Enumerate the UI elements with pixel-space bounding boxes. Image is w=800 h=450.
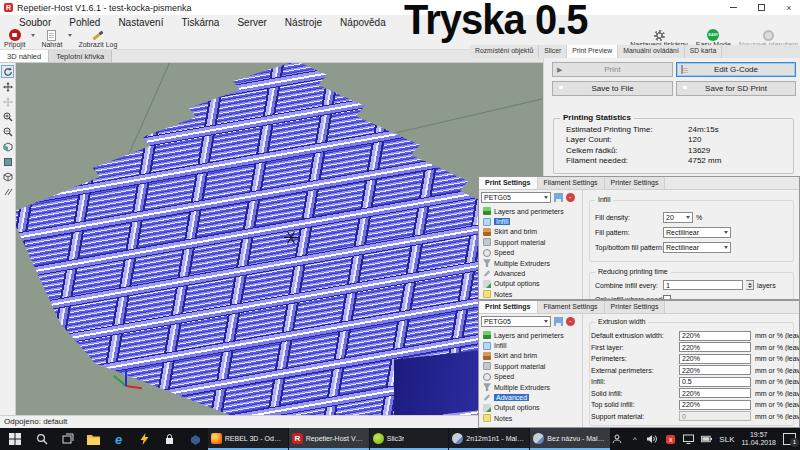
- tree-item-speed[interactable]: Speed: [481, 372, 580, 382]
- save-to-file-button[interactable]: Save to File: [552, 81, 673, 96]
- extrusion-row-input[interactable]: 220%: [679, 365, 751, 375]
- minimize-icon[interactable]: [726, 2, 740, 14]
- connect-button[interactable]: Připojit: [4, 29, 25, 48]
- tab-slicer[interactable]: Slicer: [539, 45, 567, 58]
- tree-item-output[interactable]: Output options: [481, 403, 580, 413]
- print-button[interactable]: ▶ Print: [552, 62, 673, 77]
- display-icon[interactable]: [683, 434, 694, 445]
- preset-select[interactable]: PETG05: [481, 192, 551, 203]
- tree-item-skirt[interactable]: Skirt and brim: [481, 351, 580, 361]
- zoom-fit-button[interactable]: [1, 125, 14, 138]
- load-button[interactable]: Nahrát: [41, 29, 62, 48]
- parallel-projection-button[interactable]: [1, 185, 14, 198]
- taskbar-window-paint2[interactable]: Bez názvu - Malová...: [530, 428, 610, 450]
- perspective-view-button[interactable]: [1, 170, 14, 183]
- menu-soubor[interactable]: Soubor: [10, 17, 60, 28]
- connect-dropdown-icon[interactable]: [31, 34, 35, 37]
- load-dropdown-icon[interactable]: [68, 34, 72, 37]
- tree-item-skirt[interactable]: Skirt and brim: [481, 227, 580, 237]
- combine-infill-input[interactable]: 1: [663, 280, 743, 290]
- tree-item-infill[interactable]: Infill: [481, 340, 580, 350]
- tab-print-settings[interactable]: Print Settings: [479, 301, 538, 313]
- delete-preset-button[interactable]: -: [565, 317, 575, 327]
- tree-item-layers[interactable]: Layers and perimeters: [481, 206, 580, 216]
- tree-item-support[interactable]: Support material: [481, 361, 580, 371]
- spinner-icon[interactable]: [746, 280, 754, 290]
- tree-item-output[interactable]: Output options: [481, 279, 580, 289]
- start-button[interactable]: [0, 428, 29, 450]
- extrusion-row-input[interactable]: 220%: [679, 400, 751, 410]
- 3d-viewport[interactable]: [0, 63, 543, 415]
- tab-filament-settings[interactable]: Filament Settings: [538, 301, 605, 313]
- save-for-sd-button[interactable]: Save for SD Print: [676, 81, 796, 96]
- tree-item-speed[interactable]: Speed: [481, 248, 580, 258]
- 3d-app-icon[interactable]: [182, 428, 207, 450]
- file-explorer-icon[interactable]: [80, 428, 105, 450]
- menu-napoveda[interactable]: Nápověda: [331, 17, 395, 28]
- taskbar-window-repetier[interactable]: R Repetier-Host V1.6...: [289, 428, 369, 450]
- tab-object-placement[interactable]: Rozmístění objektů: [470, 45, 539, 58]
- delete-preset-button[interactable]: -: [565, 193, 575, 203]
- volume-icon[interactable]: [647, 434, 658, 445]
- top-bottom-pattern-select[interactable]: Rectilinear: [663, 242, 731, 253]
- extrusion-row-input[interactable]: 220%: [679, 354, 751, 364]
- extrusion-row-input[interactable]: 220%: [679, 388, 751, 398]
- rotate-view-button[interactable]: [1, 65, 14, 78]
- extrusion-row-input[interactable]: 0.5: [679, 377, 751, 387]
- tab-sd-card[interactable]: SD karta: [685, 45, 722, 58]
- tab-printer-settings[interactable]: Printer Settings: [605, 301, 666, 313]
- fill-pattern-select[interactable]: Rectilinear: [663, 227, 731, 238]
- close-icon[interactable]: ×: [782, 2, 796, 14]
- extrusion-row-input[interactable]: 220%: [679, 342, 751, 352]
- move-object-button[interactable]: [1, 95, 14, 108]
- taskbar-window-firefox[interactable]: REBEL 3D - Odeslat...: [208, 428, 288, 450]
- tab-print-settings[interactable]: Print Settings: [479, 177, 538, 189]
- zoom-in-button[interactable]: [1, 110, 14, 123]
- search-button[interactable]: [29, 428, 54, 450]
- notification-center-icon[interactable]: 1: [783, 433, 796, 445]
- tree-item-infill[interactable]: Infill: [481, 216, 580, 226]
- tab-printer-settings[interactable]: Printer Settings: [605, 177, 666, 189]
- preset-select[interactable]: PETG05: [481, 316, 551, 327]
- tree-item-notes[interactable]: Notes: [481, 289, 580, 299]
- taskbar-window-paint1[interactable]: 2n12m1n1 - Malov...: [449, 428, 529, 450]
- extrusion-row-input[interactable]: 220%: [679, 331, 751, 341]
- edit-gcode-button[interactable]: Edit G-Code: [676, 62, 796, 77]
- tree-item-extruders[interactable]: Multiple Extruders: [481, 382, 580, 392]
- people-icon[interactable]: [611, 434, 622, 445]
- tree-item-advanced[interactable]: Advanced: [481, 392, 580, 402]
- menu-server[interactable]: Server: [228, 17, 275, 28]
- battery-icon[interactable]: [701, 434, 712, 445]
- clock[interactable]: 19:57 11.04.2018: [741, 431, 776, 447]
- tree-item-notes[interactable]: Notes: [481, 413, 580, 423]
- language-indicator[interactable]: SLK: [719, 435, 734, 444]
- tab-manual-control[interactable]: Manuální ovládání: [618, 45, 685, 58]
- menu-pohled[interactable]: Pohled: [60, 17, 109, 28]
- move-view-button[interactable]: [1, 80, 14, 93]
- menu-tiskarna[interactable]: Tiskárna: [172, 17, 228, 28]
- tab-3d-preview[interactable]: 3D náhled: [0, 50, 49, 62]
- tray-expand-icon[interactable]: ^: [629, 434, 640, 445]
- tree-item-support[interactable]: Support material: [481, 237, 580, 247]
- red-app-tray-icon[interactable]: x: [665, 434, 676, 445]
- taskbar-window-slic3r[interactable]: Slic3r: [370, 428, 449, 450]
- tree-item-extruders[interactable]: Multiple Extruders: [481, 258, 580, 268]
- show-log-button[interactable]: Zobrazit Log: [78, 29, 117, 48]
- save-preset-button[interactable]: [553, 317, 563, 327]
- isometric-view-button[interactable]: [1, 140, 14, 153]
- tree-item-advanced[interactable]: Advanced: [481, 268, 580, 278]
- tab-print-preview[interactable]: Print Preview: [567, 45, 618, 58]
- menu-nastaveni[interactable]: Nastavení: [109, 17, 172, 28]
- maximize-icon[interactable]: [754, 2, 768, 14]
- tab-temperature-curve[interactable]: Teplotní křivka: [49, 50, 112, 62]
- menu-nastroje[interactable]: Nástroje: [276, 17, 331, 28]
- tree-item-layers[interactable]: Layers and perimeters: [481, 330, 580, 340]
- save-preset-button[interactable]: [553, 193, 563, 203]
- lightning-app-icon[interactable]: [131, 428, 156, 450]
- tab-filament-settings[interactable]: Filament Settings: [538, 177, 605, 189]
- task-view-button[interactable]: [55, 428, 80, 450]
- fill-density-select[interactable]: 20: [663, 212, 693, 223]
- edge-browser-icon[interactable]: e: [106, 428, 131, 450]
- front-view-button[interactable]: [1, 155, 14, 168]
- store-icon[interactable]: [157, 428, 182, 450]
